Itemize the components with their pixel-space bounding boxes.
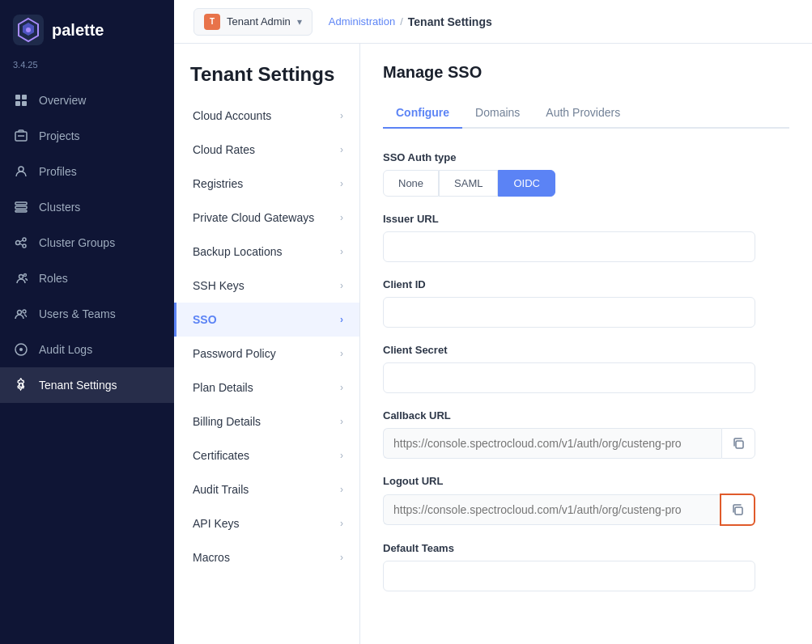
settings-menu-registries[interactable]: Registries ›	[174, 167, 359, 201]
auth-btn-none[interactable]: None	[383, 170, 439, 197]
callback-url-group: Callback URL	[383, 409, 755, 459]
sidebar-item-clusters[interactable]: Clusters	[0, 189, 174, 225]
sidebar-item-projects[interactable]: Projects	[0, 118, 174, 154]
chevron-right-icon: ›	[340, 348, 343, 359]
chevron-right-icon: ›	[340, 552, 343, 563]
svg-point-16	[23, 244, 26, 248]
settings-menu-plan-details[interactable]: Plan Details ›	[174, 371, 359, 405]
sidebar-item-label: Projects	[39, 129, 80, 142]
sidebar-item-cluster-groups[interactable]: Cluster Groups	[0, 225, 174, 261]
sidebar-item-label: Audit Logs	[39, 343, 92, 356]
content-area: Tenant Settings Cloud Accounts › Cloud R…	[174, 44, 812, 644]
logout-url-copy-button[interactable]	[720, 494, 755, 526]
svg-point-21	[18, 311, 22, 315]
users-teams-icon	[13, 306, 29, 322]
logout-url-label: Logout URL	[383, 475, 755, 487]
chevron-right-icon: ›	[340, 518, 343, 529]
tab-auth-providers[interactable]: Auth Providers	[533, 98, 633, 129]
tenant-dropdown-icon: ▾	[297, 16, 302, 28]
svg-point-24	[19, 348, 23, 351]
billing-details-label: Billing Details	[193, 415, 261, 428]
auth-btn-saml[interactable]: SAML	[439, 170, 498, 197]
logo-area: palette	[0, 0, 174, 60]
breadcrumb-link[interactable]: Administration	[329, 15, 395, 28]
sidebar-item-label: Profiles	[39, 165, 77, 178]
projects-icon	[13, 128, 29, 144]
profiles-icon	[13, 163, 29, 180]
logout-url-group: Logout URL	[383, 475, 755, 526]
breadcrumb: Administration / Tenant Settings	[329, 15, 492, 28]
ssh-keys-label: SSH Keys	[193, 279, 244, 292]
svg-rect-7	[22, 101, 27, 106]
cloud-accounts-label: Cloud Accounts	[193, 109, 271, 122]
api-keys-label: API Keys	[193, 517, 240, 530]
callback-url-input-wrapper	[383, 428, 755, 459]
svg-point-19	[19, 275, 23, 279]
settings-menu-sso[interactable]: SSO ›	[174, 303, 359, 337]
svg-rect-11	[15, 202, 27, 205]
chevron-right-icon: ›	[340, 314, 343, 325]
settings-menu-audit-trails[interactable]: Audit Trails ›	[174, 472, 359, 506]
sidebar-item-label: Tenant Settings	[39, 379, 117, 392]
sidebar-item-label: Cluster Groups	[39, 236, 115, 249]
sidebar-item-label: Overview	[39, 94, 86, 107]
configure-form: SSO Auth type None SAML OIDC Issuer URL …	[383, 151, 755, 591]
logout-url-input-wrapper	[383, 494, 755, 526]
settings-menu-api-keys[interactable]: API Keys ›	[174, 506, 359, 540]
nav-menu: Overview Projects Profiles Clusters	[0, 79, 174, 644]
cloud-rates-label: Cloud Rates	[193, 143, 255, 156]
settings-menu-billing-details[interactable]: Billing Details ›	[174, 405, 359, 439]
svg-point-15	[23, 238, 26, 241]
private-cloud-gateways-label: Private Cloud Gateways	[193, 211, 314, 224]
copy-icon	[731, 503, 744, 516]
svg-rect-26	[736, 441, 743, 448]
chevron-right-icon: ›	[340, 450, 343, 461]
tenant-icon: T	[204, 14, 220, 30]
tab-configure[interactable]: Configure	[383, 98, 462, 129]
app-version: 3.4.25	[0, 60, 174, 79]
tab-domains[interactable]: Domains	[462, 98, 533, 129]
overview-icon	[13, 92, 29, 108]
clusters-icon	[13, 199, 29, 215]
settings-menu-cloud-rates[interactable]: Cloud Rates ›	[174, 133, 359, 167]
cluster-groups-icon	[13, 235, 29, 251]
sidebar-item-tenant-settings[interactable]: Tenant Settings	[0, 367, 174, 403]
client-secret-input[interactable]	[383, 362, 755, 393]
chevron-right-icon: ›	[340, 280, 343, 291]
settings-menu-private-cloud-gateways[interactable]: Private Cloud Gateways ›	[174, 201, 359, 235]
auth-btn-oidc[interactable]: OIDC	[498, 170, 555, 197]
svg-line-18	[20, 244, 23, 245]
client-id-group: Client ID	[383, 278, 755, 328]
settings-menu-backup-locations[interactable]: Backup Locations ›	[174, 235, 359, 269]
client-secret-label: Client Secret	[383, 344, 755, 356]
svg-point-22	[23, 310, 26, 313]
issuer-url-input[interactable]	[383, 231, 755, 262]
settings-menu-macros[interactable]: Macros ›	[174, 540, 359, 574]
breadcrumb-separator: /	[400, 15, 403, 28]
client-secret-group: Client Secret	[383, 344, 755, 393]
callback-url-input	[383, 428, 721, 459]
settings-menu-certificates[interactable]: Certificates ›	[174, 439, 359, 472]
callback-url-copy-button[interactable]	[721, 428, 755, 459]
sidebar-item-profiles[interactable]: Profiles	[0, 154, 174, 189]
sidebar-item-overview[interactable]: Overview	[0, 83, 174, 118]
default-teams-group: Default Teams	[383, 542, 755, 591]
copy-icon	[732, 437, 745, 450]
sidebar-item-label: Users & Teams	[39, 307, 116, 320]
default-teams-label: Default Teams	[383, 542, 755, 554]
client-id-input[interactable]	[383, 297, 755, 328]
sidebar-item-users-teams[interactable]: Users & Teams	[0, 296, 174, 332]
tenant-selector[interactable]: T Tenant Admin ▾	[193, 8, 312, 36]
svg-rect-12	[15, 206, 27, 209]
default-teams-input[interactable]	[383, 561, 755, 591]
sso-label: SSO	[193, 313, 217, 326]
sidebar-item-roles[interactable]: Roles	[0, 261, 174, 296]
settings-menu-cloud-accounts[interactable]: Cloud Accounts ›	[174, 99, 359, 133]
topbar: T Tenant Admin ▾ Administration / Tenant…	[174, 0, 812, 44]
macros-label: Macros	[193, 551, 230, 564]
settings-menu-ssh-keys[interactable]: SSH Keys ›	[174, 269, 359, 303]
chevron-right-icon: ›	[340, 212, 343, 223]
settings-menu-password-policy[interactable]: Password Policy ›	[174, 337, 359, 371]
tenant-settings-icon	[13, 377, 29, 393]
sidebar-item-audit-logs[interactable]: Audit Logs	[0, 332, 174, 367]
